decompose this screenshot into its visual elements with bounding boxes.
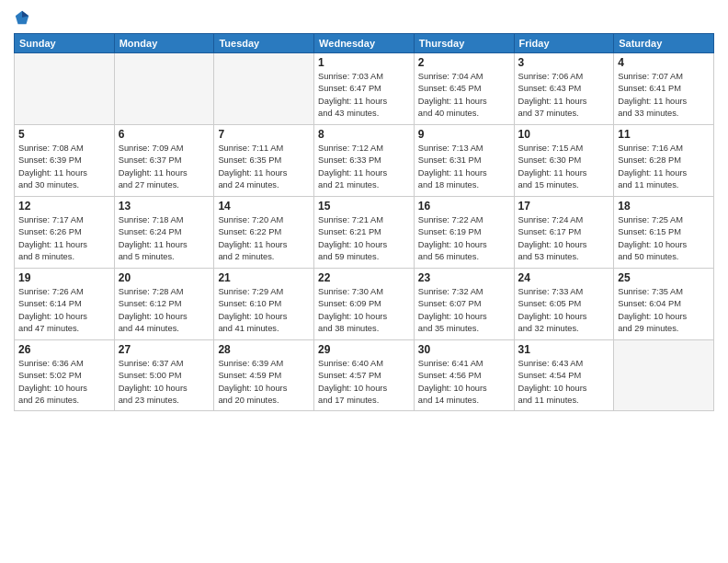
- day-info: Sunrise: 6:43 AM Sunset: 4:54 PM Dayligh…: [518, 358, 610, 408]
- day-info: Sunrise: 7:03 AM Sunset: 6:47 PM Dayligh…: [318, 71, 410, 121]
- calendar-week-row: 5Sunrise: 7:08 AM Sunset: 6:39 PM Daylig…: [15, 125, 714, 197]
- day-info: Sunrise: 7:28 AM Sunset: 6:12 PM Dayligh…: [119, 286, 210, 336]
- calendar-cell: 31Sunrise: 6:43 AM Sunset: 4:54 PM Dayli…: [514, 340, 614, 411]
- calendar-cell: 19Sunrise: 7:26 AM Sunset: 6:14 PM Dayli…: [15, 269, 115, 340]
- calendar-cell: [15, 53, 115, 125]
- day-info: Sunrise: 6:36 AM Sunset: 5:02 PM Dayligh…: [18, 358, 110, 408]
- day-info: Sunrise: 7:08 AM Sunset: 6:39 PM Dayligh…: [18, 143, 110, 192]
- calendar-cell: 13Sunrise: 7:18 AM Sunset: 6:24 PM Dayli…: [114, 197, 214, 269]
- day-number: 26: [18, 343, 110, 356]
- calendar-cell: [114, 53, 214, 125]
- logo: [14, 9, 34, 26]
- calendar-cell: 6Sunrise: 7:09 AM Sunset: 6:37 PM Daylig…: [114, 125, 214, 197]
- day-number: 25: [618, 271, 710, 284]
- day-info: Sunrise: 7:33 AM Sunset: 6:05 PM Dayligh…: [518, 286, 610, 336]
- day-number: 19: [18, 271, 110, 284]
- day-number: 8: [318, 128, 410, 141]
- day-number: 30: [418, 343, 510, 356]
- calendar-cell: 27Sunrise: 6:37 AM Sunset: 5:00 PM Dayli…: [114, 340, 214, 411]
- calendar-cell: 15Sunrise: 7:21 AM Sunset: 6:21 PM Dayli…: [314, 197, 415, 269]
- day-info: Sunrise: 7:07 AM Sunset: 6:41 PM Dayligh…: [618, 71, 710, 121]
- calendar-cell: 5Sunrise: 7:08 AM Sunset: 6:39 PM Daylig…: [15, 125, 115, 197]
- day-info: Sunrise: 7:22 AM Sunset: 6:19 PM Dayligh…: [418, 214, 510, 264]
- calendar-cell: 9Sunrise: 7:13 AM Sunset: 6:31 PM Daylig…: [414, 125, 514, 197]
- day-info: Sunrise: 7:26 AM Sunset: 6:14 PM Dayligh…: [18, 286, 110, 336]
- day-info: Sunrise: 7:06 AM Sunset: 6:43 PM Dayligh…: [518, 71, 610, 121]
- day-number: 11: [618, 128, 710, 141]
- calendar-cell: 30Sunrise: 6:41 AM Sunset: 4:56 PM Dayli…: [414, 340, 514, 411]
- day-info: Sunrise: 6:37 AM Sunset: 5:00 PM Dayligh…: [119, 358, 210, 408]
- day-number: 22: [318, 271, 410, 284]
- calendar-cell: 1Sunrise: 7:03 AM Sunset: 6:47 PM Daylig…: [314, 53, 415, 125]
- day-number: 28: [218, 343, 310, 356]
- calendar-cell: 22Sunrise: 7:30 AM Sunset: 6:09 PM Dayli…: [314, 269, 415, 340]
- day-number: 7: [218, 128, 310, 141]
- header: [14, 9, 714, 26]
- calendar-cell: 4Sunrise: 7:07 AM Sunset: 6:41 PM Daylig…: [614, 53, 714, 125]
- day-info: Sunrise: 7:04 AM Sunset: 6:45 PM Dayligh…: [418, 71, 510, 121]
- day-info: Sunrise: 7:16 AM Sunset: 6:28 PM Dayligh…: [618, 143, 710, 192]
- calendar-cell: 7Sunrise: 7:11 AM Sunset: 6:35 PM Daylig…: [214, 125, 314, 197]
- day-number: 18: [618, 200, 710, 213]
- day-info: Sunrise: 7:09 AM Sunset: 6:37 PM Dayligh…: [119, 143, 210, 192]
- weekday-header: Monday: [114, 34, 214, 53]
- calendar-week-row: 12Sunrise: 7:17 AM Sunset: 6:26 PM Dayli…: [15, 197, 714, 269]
- calendar-cell: 26Sunrise: 6:36 AM Sunset: 5:02 PM Dayli…: [15, 340, 115, 411]
- calendar-week-row: 19Sunrise: 7:26 AM Sunset: 6:14 PM Dayli…: [15, 269, 714, 340]
- day-number: 20: [119, 271, 210, 284]
- weekday-header: Friday: [514, 34, 614, 53]
- day-number: 4: [618, 56, 710, 69]
- day-info: Sunrise: 7:30 AM Sunset: 6:09 PM Dayligh…: [318, 286, 410, 336]
- calendar-week-row: 26Sunrise: 6:36 AM Sunset: 5:02 PM Dayli…: [15, 340, 714, 411]
- day-number: 14: [218, 200, 310, 213]
- calendar-cell: 20Sunrise: 7:28 AM Sunset: 6:12 PM Dayli…: [114, 269, 214, 340]
- calendar-cell: [614, 340, 714, 411]
- day-number: 10: [518, 128, 610, 141]
- weekday-header-row: SundayMondayTuesdayWednesdayThursdayFrid…: [15, 34, 714, 53]
- calendar-cell: 17Sunrise: 7:24 AM Sunset: 6:17 PM Dayli…: [514, 197, 614, 269]
- calendar-week-row: 1Sunrise: 7:03 AM Sunset: 6:47 PM Daylig…: [15, 53, 714, 125]
- day-number: 23: [418, 271, 510, 284]
- day-info: Sunrise: 7:21 AM Sunset: 6:21 PM Dayligh…: [318, 214, 410, 264]
- calendar-cell: 11Sunrise: 7:16 AM Sunset: 6:28 PM Dayli…: [614, 125, 714, 197]
- day-info: Sunrise: 7:25 AM Sunset: 6:15 PM Dayligh…: [618, 214, 710, 264]
- weekday-header: Saturday: [614, 34, 714, 53]
- calendar-cell: 25Sunrise: 7:35 AM Sunset: 6:04 PM Dayli…: [614, 269, 714, 340]
- day-number: 6: [119, 128, 210, 141]
- calendar-cell: 8Sunrise: 7:12 AM Sunset: 6:33 PM Daylig…: [314, 125, 415, 197]
- day-number: 24: [518, 271, 610, 284]
- calendar-cell: 3Sunrise: 7:06 AM Sunset: 6:43 PM Daylig…: [514, 53, 614, 125]
- day-info: Sunrise: 7:20 AM Sunset: 6:22 PM Dayligh…: [218, 214, 310, 264]
- day-info: Sunrise: 7:13 AM Sunset: 6:31 PM Dayligh…: [418, 143, 510, 192]
- calendar-cell: 12Sunrise: 7:17 AM Sunset: 6:26 PM Dayli…: [15, 197, 115, 269]
- day-info: Sunrise: 7:29 AM Sunset: 6:10 PM Dayligh…: [218, 286, 310, 336]
- day-number: 1: [318, 56, 410, 69]
- calendar-cell: 23Sunrise: 7:32 AM Sunset: 6:07 PM Dayli…: [414, 269, 514, 340]
- day-info: Sunrise: 7:17 AM Sunset: 6:26 PM Dayligh…: [18, 214, 110, 264]
- calendar-cell: 21Sunrise: 7:29 AM Sunset: 6:10 PM Dayli…: [214, 269, 314, 340]
- page-container: SundayMondayTuesdayWednesdayThursdayFrid…: [0, 0, 728, 563]
- weekday-header: Tuesday: [214, 34, 314, 53]
- day-number: 16: [418, 200, 510, 213]
- logo-icon: [14, 9, 30, 26]
- day-info: Sunrise: 6:39 AM Sunset: 4:59 PM Dayligh…: [218, 358, 310, 408]
- calendar-cell: 18Sunrise: 7:25 AM Sunset: 6:15 PM Dayli…: [614, 197, 714, 269]
- calendar-cell: 10Sunrise: 7:15 AM Sunset: 6:30 PM Dayli…: [514, 125, 614, 197]
- day-info: Sunrise: 7:24 AM Sunset: 6:17 PM Dayligh…: [518, 214, 610, 264]
- day-info: Sunrise: 7:18 AM Sunset: 6:24 PM Dayligh…: [119, 214, 210, 264]
- day-info: Sunrise: 6:40 AM Sunset: 4:57 PM Dayligh…: [318, 358, 410, 408]
- weekday-header: Thursday: [414, 34, 514, 53]
- day-number: 29: [318, 343, 410, 356]
- day-number: 2: [418, 56, 510, 69]
- day-info: Sunrise: 7:35 AM Sunset: 6:04 PM Dayligh…: [618, 286, 710, 336]
- day-number: 12: [18, 200, 110, 213]
- day-number: 3: [518, 56, 610, 69]
- day-number: 17: [518, 200, 610, 213]
- calendar-table: SundayMondayTuesdayWednesdayThursdayFrid…: [14, 33, 714, 411]
- day-number: 31: [518, 343, 610, 356]
- day-info: Sunrise: 7:12 AM Sunset: 6:33 PM Dayligh…: [318, 143, 410, 192]
- calendar-cell: 2Sunrise: 7:04 AM Sunset: 6:45 PM Daylig…: [414, 53, 514, 125]
- day-number: 21: [218, 271, 310, 284]
- calendar-cell: 14Sunrise: 7:20 AM Sunset: 6:22 PM Dayli…: [214, 197, 314, 269]
- calendar-cell: 29Sunrise: 6:40 AM Sunset: 4:57 PM Dayli…: [314, 340, 415, 411]
